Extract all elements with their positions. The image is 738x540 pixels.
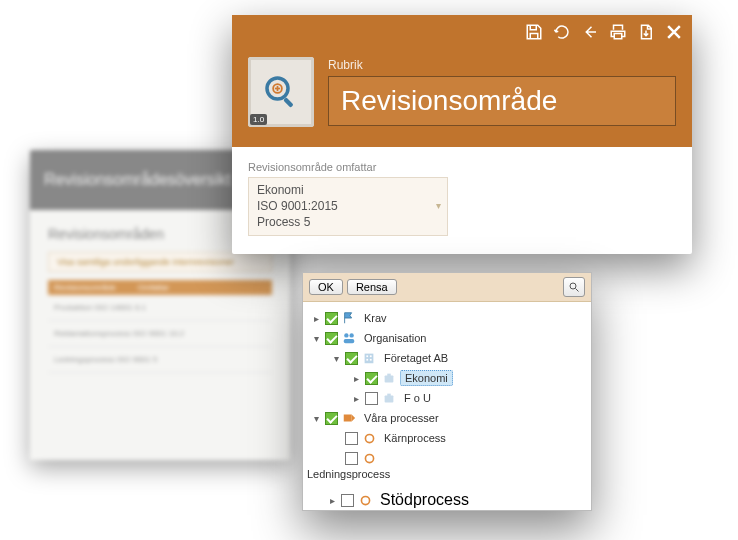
svg-rect-15 bbox=[385, 375, 394, 382]
process-item-icon bbox=[362, 431, 376, 445]
svg-rect-9 bbox=[344, 339, 355, 343]
svg-rect-10 bbox=[365, 354, 374, 364]
collapse-icon[interactable]: ▾ bbox=[311, 413, 321, 423]
checkbox[interactable] bbox=[325, 312, 338, 325]
process-icon bbox=[342, 411, 356, 425]
svg-point-22 bbox=[365, 454, 373, 462]
module-version: 1.0 bbox=[250, 114, 267, 125]
building-icon bbox=[362, 351, 376, 365]
checkbox[interactable] bbox=[325, 412, 338, 425]
editor-toolbar bbox=[232, 15, 692, 49]
svg-rect-18 bbox=[387, 394, 391, 397]
svg-point-21 bbox=[365, 434, 373, 442]
svg-marker-20 bbox=[352, 415, 356, 422]
rubrik-label: Rubrik bbox=[328, 58, 676, 72]
chevron-down-icon[interactable]: ▾ bbox=[436, 200, 441, 214]
checkbox[interactable] bbox=[365, 372, 378, 385]
clear-button[interactable]: Rensa bbox=[347, 279, 397, 295]
omfattar-label: Revisionsområde omfattar bbox=[248, 161, 676, 173]
print-icon[interactable] bbox=[606, 20, 630, 44]
overview-row[interactable]: Reklamationsprocess ISO 9001 10.2 bbox=[48, 321, 272, 347]
tree-label: Företaget AB bbox=[380, 351, 452, 365]
unit-icon bbox=[382, 371, 396, 385]
svg-rect-12 bbox=[370, 355, 372, 357]
flag-icon bbox=[342, 311, 356, 325]
tree-label: F o U bbox=[400, 391, 435, 405]
tree-label: Stödprocess bbox=[376, 490, 473, 510]
save-icon[interactable] bbox=[522, 20, 546, 44]
tree-node-krav[interactable]: ▸ Krav bbox=[307, 308, 587, 328]
omfattar-value: ISO 9001:2015 bbox=[257, 198, 439, 214]
collapse-icon[interactable]: ▾ bbox=[331, 353, 341, 363]
unit-icon bbox=[382, 391, 396, 405]
expand-icon[interactable]: ▸ bbox=[327, 495, 337, 505]
tree-node-foretaget[interactable]: ▾ Företaget AB bbox=[307, 348, 587, 368]
rubrik-input[interactable] bbox=[328, 76, 676, 126]
checkbox[interactable] bbox=[345, 352, 358, 365]
checkbox[interactable] bbox=[325, 332, 338, 345]
tree-node-fou[interactable]: ▸ F o U bbox=[307, 388, 587, 408]
tree-node-processer[interactable]: ▾ Våra processer bbox=[307, 408, 587, 428]
overview-row[interactable]: Produktion ISO 14001 6.1 bbox=[48, 295, 272, 321]
checkbox[interactable] bbox=[345, 452, 358, 465]
overview-col-area: Revisionsområde bbox=[54, 283, 116, 292]
org-icon bbox=[342, 331, 356, 345]
omfattar-select[interactable]: Ekonomi ISO 9001:2015 Process 5 ▾ bbox=[248, 177, 448, 236]
export-icon[interactable] bbox=[634, 20, 658, 44]
svg-rect-19 bbox=[344, 415, 352, 422]
svg-point-8 bbox=[349, 333, 353, 337]
tree-label: Kärnprocess bbox=[380, 431, 450, 445]
svg-rect-16 bbox=[387, 374, 391, 377]
tree-node-stod[interactable]: ▸ Stödprocess bbox=[303, 490, 591, 510]
editor-window: 1.0 Rubrik Revisionsområde omfattar Ekon… bbox=[232, 15, 692, 254]
tree-node-ekonomi[interactable]: ▸ Ekonomi bbox=[307, 368, 587, 388]
editor-header: 1.0 Rubrik bbox=[232, 49, 692, 147]
process-item-icon bbox=[358, 493, 372, 507]
expand-icon[interactable]: ▸ bbox=[311, 313, 321, 323]
close-icon[interactable] bbox=[662, 20, 686, 44]
refresh-icon[interactable] bbox=[550, 20, 574, 44]
omfattar-value: Ekonomi bbox=[257, 182, 439, 198]
tree-node-ledning[interactable]: · bbox=[307, 448, 587, 468]
svg-point-23 bbox=[361, 496, 369, 504]
tree-label: Ledningsprocess bbox=[307, 468, 390, 480]
overview-columns: Revisionsområde Omfattar bbox=[48, 280, 272, 295]
checkbox[interactable] bbox=[341, 494, 354, 507]
ok-button[interactable]: OK bbox=[309, 279, 343, 295]
overview-row[interactable]: Ledningsprocess ISO 9001 5 bbox=[48, 347, 272, 373]
tree-popup: OK Rensa ▸ Krav ▾ Organisation ▾ bbox=[302, 272, 592, 511]
tree-search-button[interactable] bbox=[563, 277, 585, 297]
svg-point-5 bbox=[570, 283, 576, 289]
expand-icon[interactable]: ▸ bbox=[351, 373, 361, 383]
omfattar-value: Process 5 bbox=[257, 214, 439, 230]
collapse-icon[interactable]: ▾ bbox=[311, 333, 321, 343]
svg-rect-4 bbox=[283, 97, 294, 108]
editor-body: Revisionsområde omfattar Ekonomi ISO 900… bbox=[232, 147, 692, 254]
svg-rect-14 bbox=[370, 359, 372, 361]
process-item-icon bbox=[362, 451, 376, 465]
back-icon[interactable] bbox=[578, 20, 602, 44]
svg-rect-11 bbox=[366, 355, 368, 357]
tree-node-organisation[interactable]: ▾ Organisation bbox=[307, 328, 587, 348]
tree-label: Ekonomi bbox=[400, 370, 453, 386]
svg-rect-13 bbox=[366, 359, 368, 361]
tree-node-karn[interactable]: · Kärnprocess bbox=[307, 428, 587, 448]
expand-icon[interactable]: ▸ bbox=[351, 393, 361, 403]
svg-line-6 bbox=[576, 289, 579, 292]
tree-label: Krav bbox=[360, 311, 391, 325]
module-icon: 1.0 bbox=[248, 57, 314, 127]
overview-show-all[interactable]: Visa samtliga underliggande internrevisi… bbox=[48, 252, 272, 272]
tree-label: Organisation bbox=[360, 331, 430, 345]
checkbox[interactable] bbox=[365, 392, 378, 405]
tree-label: Våra processer bbox=[360, 411, 443, 425]
tree-toolbar: OK Rensa bbox=[303, 273, 591, 302]
checkbox[interactable] bbox=[345, 432, 358, 445]
overview-col-omfattar: Omfattar bbox=[138, 283, 169, 292]
svg-point-7 bbox=[344, 333, 348, 337]
svg-rect-17 bbox=[385, 395, 394, 402]
tree-body: ▸ Krav ▾ Organisation ▾ Företaget AB ▸ bbox=[303, 302, 591, 490]
